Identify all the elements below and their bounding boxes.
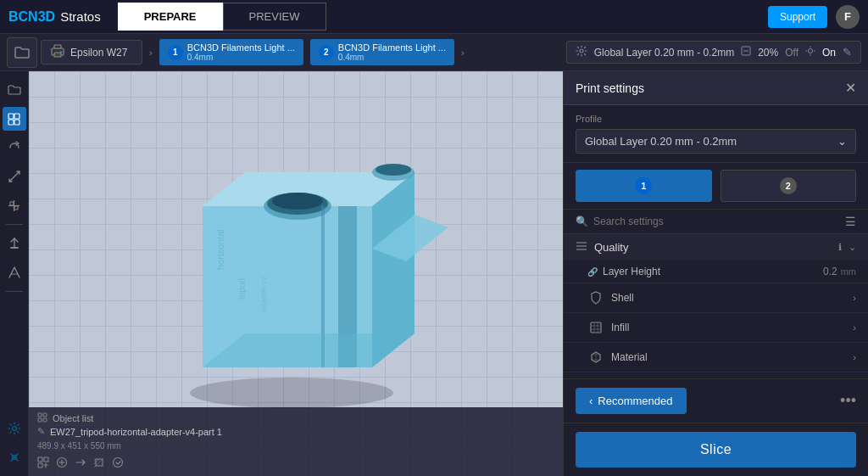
filament-tab-1[interactable]: 1 BCN3D Filaments Light ... 0.4mm bbox=[159, 39, 303, 65]
sun-icon bbox=[805, 46, 815, 59]
profile-label: Profile bbox=[576, 114, 856, 124]
sidebar-item-scale[interactable] bbox=[3, 165, 26, 188]
quality-info-icon[interactable]: ℹ bbox=[838, 242, 842, 253]
printer-tab[interactable]: Epsilon W27 bbox=[41, 40, 142, 64]
sidebar-item-settings[interactable] bbox=[3, 417, 26, 440]
search-input[interactable] bbox=[593, 216, 840, 227]
quality-icon bbox=[576, 241, 587, 254]
filament-2-name: BCN3D Filaments Light ... bbox=[338, 42, 446, 53]
quality-section-header[interactable]: Quality ℹ ⌄ bbox=[564, 234, 868, 260]
svg-rect-47 bbox=[43, 418, 47, 422]
left-sidebar bbox=[0, 71, 29, 476]
svg-rect-13 bbox=[8, 120, 14, 125]
recommended-label: Recommended bbox=[598, 395, 672, 407]
top-bar: BCN3D Stratos PREPARE PREVIEW Support F bbox=[0, 0, 868, 34]
chevron-left-icon: ‹ bbox=[589, 395, 593, 407]
viewport[interactable]: horizontal tripod adapter v2 Object list… bbox=[29, 71, 563, 476]
svg-rect-17 bbox=[10, 202, 14, 205]
infill-row[interactable]: Infill › bbox=[564, 313, 868, 343]
svg-point-36 bbox=[376, 164, 411, 176]
second-bar: Epsilon W27 › 1 BCN3D Filaments Light ..… bbox=[0, 34, 868, 71]
menu-icon[interactable]: ☰ bbox=[845, 215, 856, 228]
settings-list: Quality ℹ ⌄ 🔗 Layer Height 0.2 mm Shell … bbox=[564, 234, 868, 378]
svg-point-52 bbox=[114, 458, 123, 468]
profile-dropdown[interactable]: Global Layer 0.20 mm - 0.2mm ⌄ bbox=[576, 129, 856, 154]
extruder-1-button[interactable]: 1 bbox=[576, 170, 712, 202]
nav-tabs: PREPARE PREVIEW bbox=[118, 3, 326, 31]
sidebar-item-rotate[interactable] bbox=[3, 136, 26, 160]
filament-tab-2[interactable]: 2 BCN3D Filaments Light ... 0.4mm bbox=[310, 39, 454, 65]
extruder-buttons: 1 2 bbox=[564, 163, 868, 210]
material-chevron-icon[interactable]: › bbox=[853, 352, 856, 362]
tool-icon-5[interactable] bbox=[112, 456, 124, 471]
sidebar-item-objects[interactable] bbox=[3, 107, 26, 131]
svg-point-34 bbox=[272, 193, 323, 210]
off-label: Off bbox=[785, 47, 798, 59]
pen-icon: ✎ bbox=[37, 426, 45, 437]
3d-model: horizontal tripod adapter v2 bbox=[135, 130, 457, 418]
bottom-tools bbox=[37, 456, 554, 471]
logo-bcn: BCN3D bbox=[8, 9, 55, 25]
filament-chevron[interactable]: › bbox=[458, 48, 468, 58]
svg-rect-49 bbox=[44, 457, 48, 462]
speed-row[interactable]: Speed › bbox=[564, 372, 868, 378]
zoom-icon bbox=[741, 46, 751, 59]
shell-row[interactable]: Shell › bbox=[564, 283, 868, 313]
main-area: horizontal tripod adapter v2 Object list… bbox=[0, 71, 868, 476]
recommended-button[interactable]: ‹ Recommended bbox=[576, 388, 687, 414]
object-list-row: Object list bbox=[37, 412, 554, 424]
svg-rect-45 bbox=[43, 413, 47, 417]
svg-text:horizontal: horizontal bbox=[215, 229, 225, 270]
sidebar-item-open[interactable] bbox=[3, 78, 26, 102]
extruder-2-button[interactable]: 2 bbox=[721, 170, 857, 202]
tool-icon-4[interactable] bbox=[93, 456, 105, 471]
slice-button[interactable]: Slice bbox=[576, 432, 856, 468]
svg-rect-46 bbox=[38, 418, 42, 422]
infill-label: Infill bbox=[611, 322, 853, 333]
print-settings-header: Print settings ✕ bbox=[564, 71, 868, 105]
dimensions-value: 489.9 x 451 x 550 mm bbox=[37, 441, 121, 451]
shell-chevron-icon[interactable]: › bbox=[853, 293, 856, 303]
shell-label: Shell bbox=[611, 292, 853, 304]
svg-rect-56 bbox=[591, 322, 601, 333]
svg-rect-2 bbox=[54, 53, 61, 57]
filament-2-size: 0.4mm bbox=[338, 53, 446, 62]
layer-height-row[interactable]: 🔗 Layer Height 0.2 mm bbox=[564, 260, 868, 283]
search-icon: 🔍 bbox=[576, 216, 588, 227]
sidebar-item-arrange[interactable] bbox=[3, 193, 26, 217]
settings-icon bbox=[576, 45, 587, 59]
user-avatar[interactable]: F bbox=[836, 5, 860, 29]
sidebar-item-seam[interactable] bbox=[3, 260, 26, 284]
tool-icon-3[interactable] bbox=[75, 456, 86, 471]
folder-button[interactable] bbox=[7, 37, 37, 68]
close-button[interactable]: ✕ bbox=[845, 80, 856, 96]
bottom-info-bar: Object list ✎ EW27_tripod-horizontal-ada… bbox=[29, 407, 563, 476]
quality-chevron-icon[interactable]: ⌄ bbox=[849, 242, 856, 253]
printer-chevron[interactable]: › bbox=[146, 48, 156, 58]
layer-height-unit: mm bbox=[841, 266, 856, 277]
material-row[interactable]: Material › bbox=[564, 343, 868, 372]
settings-footer: ‹ Recommended ••• bbox=[564, 378, 868, 423]
global-settings[interactable]: Global Layer 0.20 mm - 0.2mm 20% Off On … bbox=[566, 41, 861, 64]
quality-label: Quality bbox=[594, 241, 832, 254]
object-name: EW27_tripod-horizontal-adapter-v4-part 1 bbox=[50, 427, 222, 437]
edit-icon[interactable]: ✎ bbox=[843, 46, 852, 59]
dots-menu-button[interactable]: ••• bbox=[840, 392, 856, 410]
global-layer-label: Global Layer 0.20 mm - 0.2mm bbox=[594, 47, 734, 59]
infill-chevron-icon[interactable]: › bbox=[853, 322, 856, 333]
sidebar-divider-2 bbox=[6, 291, 23, 292]
svg-rect-18 bbox=[14, 206, 18, 210]
sidebar-item-info[interactable] bbox=[3, 445, 26, 469]
zoom-value: 20% bbox=[758, 47, 778, 59]
svg-point-3 bbox=[60, 51, 62, 53]
tab-prepare[interactable]: PREPARE bbox=[118, 3, 223, 31]
support-button[interactable]: Support bbox=[768, 6, 827, 28]
chevron-down-icon: ⌄ bbox=[837, 135, 847, 148]
shell-icon bbox=[587, 289, 604, 306]
object-name-row: ✎ EW27_tripod-horizontal-adapter-v4-part… bbox=[37, 426, 554, 437]
layer-height-label: Layer Height bbox=[603, 266, 823, 277]
sidebar-item-support[interactable] bbox=[3, 232, 26, 255]
tab-preview[interactable]: PREVIEW bbox=[223, 3, 326, 31]
tool-icon-2[interactable] bbox=[56, 456, 68, 471]
tool-icon-1[interactable] bbox=[37, 456, 49, 471]
